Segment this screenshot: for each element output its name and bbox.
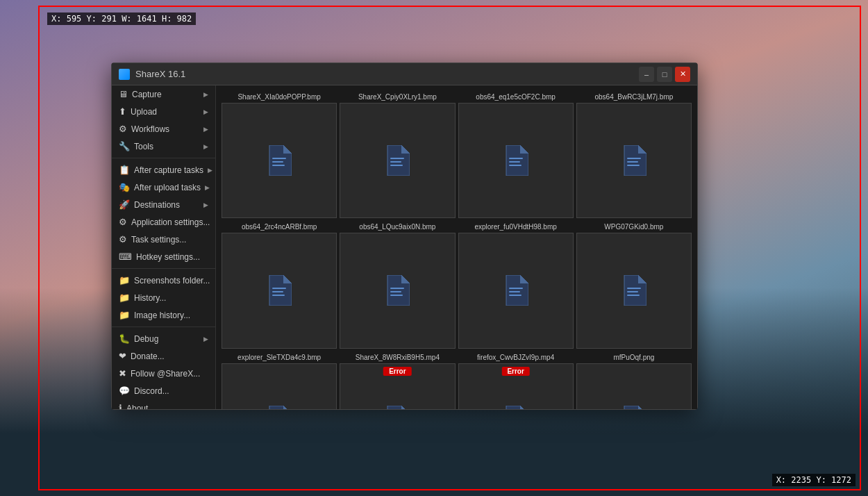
thumbnail-label-t5: obs64_2rc4ncARBf.bmp (222, 221, 337, 233)
thumbnail-label-t7: explorer_fu0VHdtH98.bmp (458, 221, 574, 233)
app-settings-label: Application settings... (131, 217, 210, 227)
sidebar-item-app-settings[interactable]: ⚙Application settings... (112, 213, 215, 231)
thumbnail-label-t8: WPG07GKid0.bmp (576, 221, 692, 233)
thumbnail-box-t4 (576, 103, 692, 218)
thumbnail-item-t7[interactable]: explorer_fu0VHdtH98.bmp (458, 221, 574, 348)
file-icon-t5 (267, 275, 292, 306)
thumbnail-box-t5 (222, 233, 337, 348)
sidebar-item-upload[interactable]: ⬆Upload▶ (112, 103, 215, 120)
sidebar-item-screenshots[interactable]: 📁Screenshots folder... (112, 272, 215, 289)
sidebar-item-after-capture[interactable]: 📋After capture tasks▶ (112, 161, 215, 179)
menu-separator (112, 158, 215, 158)
svg-rect-8 (509, 165, 521, 166)
file-icon-t2 (385, 145, 410, 176)
sidebar-item-workflows[interactable]: ⚙Workflows▶ (112, 120, 215, 138)
destinations-arrow-icon: ▶ (203, 201, 208, 208)
maximize-button[interactable]: □ (657, 67, 672, 82)
after-capture-icon: 📋 (119, 165, 130, 175)
thumbnail-item-t9[interactable]: explorer_SleTXDa4c9.bmp (222, 352, 337, 410)
sidebar-item-destinations[interactable]: 🚀Destinations▶ (112, 196, 215, 213)
sidebar-item-donate[interactable]: ❤Donate... (112, 347, 215, 365)
sidebar-item-capture[interactable]: 🖥Capture▶ (112, 85, 215, 103)
thumbnail-grid: ShareX_XIa0doPOPP.bmp ShareX_Cpiy0XLry1.… (222, 91, 692, 409)
title-bar-left: ShareX 16.1 (119, 69, 185, 80)
tools-icon: 🔧 (119, 141, 130, 151)
svg-rect-2 (272, 165, 285, 166)
sidebar-item-tools[interactable]: 🔧Tools▶ (112, 138, 215, 155)
history-label: History... (134, 293, 208, 303)
svg-rect-16 (390, 291, 401, 292)
sidebar-item-hotkey-settings[interactable]: ⌨Hotkey settings... (112, 248, 215, 265)
thumbnail-item-t3[interactable]: obs64_eq1e5cOF2C.bmp (458, 91, 574, 218)
sidebar-item-discord[interactable]: 💬Discord... (112, 382, 215, 399)
workflows-arrow-icon: ▶ (203, 126, 208, 133)
file-icon-t9 (267, 406, 292, 409)
svg-rect-12 (272, 288, 286, 289)
workflows-label: Workflows (131, 124, 199, 134)
thumbnail-label-t4: obs64_BwRC3jLM7j.bmp (576, 91, 692, 103)
tools-arrow-icon: ▶ (203, 143, 208, 150)
sharex-window: ShareX 16.1 – □ ✕ 🖥Capture▶⬆Upload▶⚙Work… (111, 63, 698, 410)
donate-icon: ❤ (119, 351, 126, 361)
sidebar-item-task-settings[interactable]: ⚙Task settings... (112, 231, 215, 248)
file-icon-t10 (385, 406, 410, 409)
sidebar-item-after-upload[interactable]: 🎭After upload tasks▶ (112, 179, 215, 196)
donate-label: Donate... (131, 352, 208, 361)
task-settings-label: Task settings... (131, 235, 208, 245)
thumbnail-item-t8[interactable]: WPG07GKid0.bmp (576, 221, 692, 348)
screenshots-icon: 📁 (119, 275, 130, 286)
thumbnail-item-t11[interactable]: firefox_CwvBJZvI9p.mp4Error (458, 352, 574, 410)
sidebar-item-history[interactable]: 📁History... (112, 289, 215, 306)
svg-rect-21 (627, 288, 641, 289)
debug-label: Debug (134, 334, 199, 344)
about-icon: ℹ (119, 403, 122, 409)
menu-separator (112, 268, 215, 269)
close-button[interactable]: ✕ (675, 67, 690, 82)
content-area: ShareX_XIa0doPOPP.bmp ShareX_Cpiy0XLry1.… (216, 85, 697, 409)
capture-arrow-icon: ▶ (203, 91, 208, 98)
thumbnail-box-t11: Error (458, 363, 574, 410)
follow-icon: ✖ (119, 368, 126, 379)
workflows-icon: ⚙ (119, 124, 127, 134)
hotkey-settings-label: Hotkey settings... (136, 252, 208, 262)
svg-rect-10 (627, 161, 638, 163)
file-icon-t4 (621, 145, 646, 176)
sidebar-item-follow[interactable]: ✖Follow @ShareX... (112, 365, 215, 382)
file-icon-t7 (503, 275, 528, 306)
sidebar-item-image-history[interactable]: 📁Image history... (112, 306, 215, 324)
thumbnail-box-t8 (576, 233, 692, 348)
thumbnail-label-t11: firefox_CwvBJZvI9p.mp4 (458, 352, 574, 363)
thumbnail-item-t1[interactable]: ShareX_XIa0doPOPP.bmp (222, 91, 337, 218)
discord-icon: 💬 (119, 386, 130, 396)
svg-rect-0 (272, 158, 286, 159)
sidebar-item-debug[interactable]: 🐛Debug▶ (112, 330, 215, 347)
svg-rect-22 (627, 291, 638, 292)
after-capture-label: After capture tasks (134, 165, 203, 175)
hotkey-settings-icon: ⌨ (119, 251, 132, 262)
thumbnail-box-t2 (340, 103, 455, 218)
coord-top-display: X: 595 Y: 291 W: 1641 H: 982 (47, 13, 196, 25)
task-settings-icon: ⚙ (119, 234, 127, 245)
thumbnail-item-t12[interactable]: mfPuOqf.png (576, 352, 692, 410)
minimize-button[interactable]: – (639, 67, 654, 82)
error-badge-t10: Error (383, 367, 411, 376)
thumbnail-item-t10[interactable]: ShareX_8W8RxiB9H5.mp4Error (340, 352, 455, 410)
sidebar-item-about[interactable]: ℹAbout... (112, 399, 215, 409)
thumbnail-item-t2[interactable]: ShareX_Cpiy0XLry1.bmp (340, 91, 455, 218)
svg-rect-13 (272, 291, 283, 292)
thumbnail-label-t6: obs64_LQuc9aix0N.bmp (340, 221, 455, 233)
image-history-label: Image history... (134, 311, 208, 320)
thumbnail-item-t5[interactable]: obs64_2rc4ncARBf.bmp (222, 221, 337, 348)
thumbnail-item-t4[interactable]: obs64_BwRC3jLM7j.bmp (576, 91, 692, 218)
thumbnail-label-t9: explorer_SleTXDa4c9.bmp (222, 352, 337, 363)
window-title: ShareX 16.1 (135, 69, 185, 79)
thumbnail-box-t9 (222, 363, 337, 410)
thumbnail-box-t1 (222, 103, 337, 218)
capture-label: Capture (132, 90, 199, 99)
file-icon-t11 (503, 406, 528, 409)
main-area: 🖥Capture▶⬆Upload▶⚙Workflows▶🔧Tools▶📋Afte… (112, 85, 697, 409)
thumbnail-item-t6[interactable]: obs64_LQuc9aix0N.bmp (340, 221, 455, 348)
thumbnail-label-t2: ShareX_Cpiy0XLry1.bmp (340, 91, 455, 103)
after-upload-arrow-icon: ▶ (205, 184, 210, 191)
discord-label: Discord... (134, 386, 208, 396)
